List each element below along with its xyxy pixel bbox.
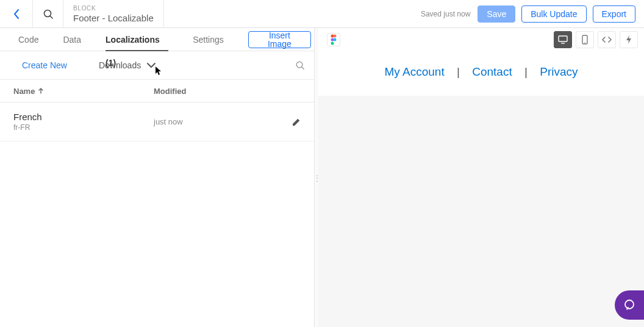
preview-toolbar — [318, 28, 644, 51]
column-headers: Name Modified — [0, 79, 318, 102]
search-icon — [295, 60, 305, 70]
svg-point-8 — [331, 42, 334, 45]
export-button[interactable]: Export — [593, 5, 635, 23]
svg-point-5 — [334, 35, 337, 38]
desktop-view-button[interactable] — [554, 31, 572, 48]
svg-point-12 — [584, 42, 585, 43]
footer-link-account[interactable]: My Account — [385, 65, 445, 78]
chevron-left-icon — [12, 9, 21, 20]
mobile-view-button[interactable] — [576, 31, 594, 48]
column-header-name[interactable]: Name — [13, 87, 154, 96]
footer-sep: | — [524, 65, 528, 78]
pencil-icon — [292, 117, 301, 127]
edit-button[interactable] — [292, 117, 301, 127]
footer-sep: | — [457, 65, 460, 78]
tab-settings[interactable]: Settings — [193, 28, 224, 51]
sub-toolbar: Create New Downloads — [0, 51, 318, 79]
column-header-modified[interactable]: Modified — [154, 87, 186, 96]
svg-rect-9 — [559, 36, 567, 41]
downloads-label: Downloads — [99, 60, 141, 70]
footer-link-privacy[interactable]: Privacy — [540, 65, 578, 78]
row-modified: just now — [154, 117, 292, 126]
top-bar: BLOCK Footer - Localizable Saved just no… — [0, 0, 644, 28]
svg-line-1 — [50, 16, 52, 18]
chat-widget-button[interactable] — [615, 290, 644, 320]
code-view-button[interactable] — [598, 31, 616, 48]
tabs-bar: Code Data Localizations (1) Settings Ins… — [0, 28, 318, 51]
table-row[interactable]: French fr-FR just now — [0, 102, 318, 142]
downloads-dropdown[interactable]: Downloads — [99, 60, 157, 70]
block-type-label: BLOCK — [73, 5, 154, 12]
back-button[interactable] — [0, 0, 33, 28]
desktop-icon — [558, 35, 568, 44]
list-search-button[interactable] — [295, 60, 305, 70]
chevron-down-icon — [146, 62, 157, 69]
chat-icon — [623, 298, 636, 312]
left-panel: Code Data Localizations (1) Settings Ins… — [0, 28, 318, 327]
row-lang: French — [13, 112, 154, 122]
save-button[interactable]: Save — [478, 5, 515, 23]
row-code: fr-FR — [13, 123, 154, 132]
tab-localizations[interactable]: Localizations (1) — [106, 28, 168, 51]
main-area: Code Data Localizations (1) Settings Ins… — [0, 28, 644, 327]
create-new-link[interactable]: Create New — [22, 60, 67, 70]
lightning-icon — [626, 35, 632, 45]
block-title-box: BLOCK Footer - Localizable — [63, 0, 164, 28]
footer-links: My Account | Contact | Privacy — [331, 65, 632, 79]
arrow-up-icon — [37, 87, 45, 95]
preview-body: My Account | Contact | Privacy — [318, 51, 644, 96]
preview-content: My Account | Contact | Privacy — [318, 51, 644, 96]
insert-image-button[interactable]: Insert Image — [248, 31, 311, 48]
lightning-button[interactable] — [620, 31, 638, 48]
tab-code[interactable]: Code — [18, 28, 38, 51]
block-title: Footer - Localizable — [73, 13, 154, 23]
figma-icon — [330, 34, 337, 45]
header-search-button[interactable] — [33, 0, 63, 28]
figma-button[interactable] — [327, 33, 340, 46]
mobile-icon — [582, 35, 588, 45]
svg-point-7 — [334, 38, 337, 41]
svg-point-13 — [625, 300, 634, 309]
svg-line-3 — [302, 67, 304, 70]
preview-panel: My Account | Contact | Privacy — [318, 28, 644, 327]
save-status: Saved just now — [421, 10, 470, 18]
code-icon — [602, 36, 612, 43]
tab-data[interactable]: Data — [63, 28, 81, 51]
footer-link-contact[interactable]: Contact — [472, 65, 512, 78]
search-icon — [43, 9, 54, 20]
bulk-update-button[interactable]: Bulk Update — [521, 5, 586, 23]
